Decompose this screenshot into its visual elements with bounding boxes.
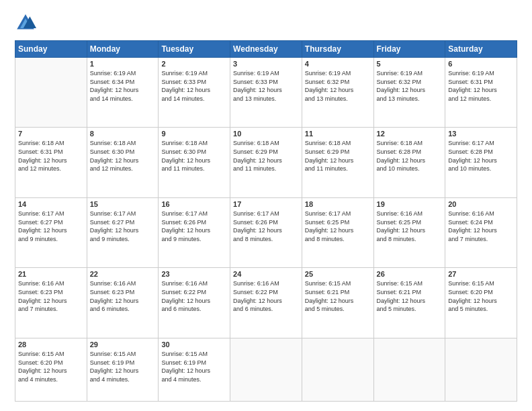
day-number: 5 — [377, 60, 443, 68]
day-info: Sunrise: 6:17 AM Sunset: 6:26 PM Dayligh… — [233, 210, 299, 243]
day-number: 11 — [305, 130, 371, 138]
day-cell: 17Sunrise: 6:17 AM Sunset: 6:26 PM Dayli… — [230, 197, 302, 267]
day-number: 17 — [233, 200, 299, 208]
day-info: Sunrise: 6:19 AM Sunset: 6:33 PM Dayligh… — [233, 69, 299, 103]
day-number: 2 — [161, 60, 227, 68]
day-number: 13 — [448, 130, 514, 138]
page: SundayMondayTuesdayWednesdayThursdayFrid… — [0, 0, 532, 411]
day-info: Sunrise: 6:16 AM Sunset: 6:22 PM Dayligh… — [233, 279, 299, 313]
day-number: 10 — [233, 130, 299, 138]
day-info: Sunrise: 6:19 AM Sunset: 6:32 PM Dayligh… — [377, 69, 443, 103]
day-cell: 8Sunrise: 6:18 AM Sunset: 6:30 PM Daylig… — [87, 128, 159, 197]
day-info: Sunrise: 6:18 AM Sunset: 6:30 PM Dayligh… — [161, 139, 227, 173]
day-number: 8 — [90, 130, 156, 138]
logo — [15, 12, 39, 34]
day-info: Sunrise: 6:18 AM Sunset: 6:28 PM Dayligh… — [377, 139, 443, 173]
day-info: Sunrise: 6:16 AM Sunset: 6:25 PM Dayligh… — [377, 210, 443, 243]
day-number: 26 — [377, 270, 443, 278]
day-cell: 11Sunrise: 6:18 AM Sunset: 6:29 PM Dayli… — [302, 128, 373, 197]
day-info: Sunrise: 6:18 AM Sunset: 6:29 PM Dayligh… — [233, 139, 299, 173]
logo-icon — [15, 12, 36, 34]
day-number: 16 — [161, 200, 227, 208]
day-number: 21 — [18, 270, 84, 278]
day-number: 15 — [90, 200, 156, 208]
day-cell: 25Sunrise: 6:15 AM Sunset: 6:21 PM Dayli… — [302, 268, 373, 338]
day-cell: 28Sunrise: 6:15 AM Sunset: 6:20 PM Dayli… — [15, 338, 87, 401]
day-info: Sunrise: 6:19 AM Sunset: 6:34 PM Dayligh… — [90, 69, 156, 103]
day-cell: 30Sunrise: 6:15 AM Sunset: 6:19 PM Dayli… — [159, 338, 230, 401]
weekday-header-row: SundayMondayTuesdayWednesdayThursdayFrid… — [15, 41, 517, 58]
day-info: Sunrise: 6:15 AM Sunset: 6:21 PM Dayligh… — [305, 279, 371, 313]
day-cell: 15Sunrise: 6:17 AM Sunset: 6:27 PM Dayli… — [87, 197, 159, 267]
day-cell: 10Sunrise: 6:18 AM Sunset: 6:29 PM Dayli… — [230, 128, 302, 197]
week-row-1: 7Sunrise: 6:18 AM Sunset: 6:31 PM Daylig… — [15, 128, 517, 197]
day-cell: 20Sunrise: 6:16 AM Sunset: 6:24 PM Dayli… — [445, 197, 517, 267]
weekday-header-wednesday: Wednesday — [230, 41, 302, 58]
day-cell: 2Sunrise: 6:19 AM Sunset: 6:33 PM Daylig… — [159, 58, 230, 128]
day-cell — [230, 338, 302, 401]
day-info: Sunrise: 6:16 AM Sunset: 6:22 PM Dayligh… — [161, 279, 227, 313]
day-cell: 9Sunrise: 6:18 AM Sunset: 6:30 PM Daylig… — [159, 128, 230, 197]
day-number: 14 — [18, 200, 84, 208]
day-cell: 29Sunrise: 6:15 AM Sunset: 6:19 PM Dayli… — [87, 338, 159, 401]
day-number: 22 — [90, 270, 156, 278]
day-cell: 27Sunrise: 6:15 AM Sunset: 6:20 PM Dayli… — [445, 268, 517, 338]
day-info: Sunrise: 6:16 AM Sunset: 6:23 PM Dayligh… — [90, 279, 156, 313]
weekday-header-monday: Monday — [87, 41, 159, 58]
weekday-header-friday: Friday — [373, 41, 445, 58]
week-row-3: 21Sunrise: 6:16 AM Sunset: 6:23 PM Dayli… — [15, 268, 517, 338]
day-number: 7 — [18, 130, 84, 138]
day-info: Sunrise: 6:19 AM Sunset: 6:32 PM Dayligh… — [305, 69, 371, 103]
day-info: Sunrise: 6:18 AM Sunset: 6:30 PM Dayligh… — [90, 139, 156, 173]
day-info: Sunrise: 6:15 AM Sunset: 6:21 PM Dayligh… — [377, 279, 443, 313]
day-cell: 19Sunrise: 6:16 AM Sunset: 6:25 PM Dayli… — [373, 197, 445, 267]
day-cell: 12Sunrise: 6:18 AM Sunset: 6:28 PM Dayli… — [373, 128, 445, 197]
day-cell — [445, 338, 517, 401]
day-cell: 5Sunrise: 6:19 AM Sunset: 6:32 PM Daylig… — [373, 58, 445, 128]
day-number: 29 — [90, 340, 156, 349]
day-number: 25 — [305, 270, 371, 278]
day-cell: 13Sunrise: 6:17 AM Sunset: 6:28 PM Dayli… — [445, 128, 517, 197]
day-number: 12 — [377, 130, 443, 138]
day-number: 27 — [448, 270, 514, 278]
day-cell: 18Sunrise: 6:17 AM Sunset: 6:25 PM Dayli… — [302, 197, 373, 267]
week-row-4: 28Sunrise: 6:15 AM Sunset: 6:20 PM Dayli… — [15, 338, 517, 401]
day-number: 1 — [90, 60, 156, 68]
day-info: Sunrise: 6:15 AM Sunset: 6:20 PM Dayligh… — [448, 279, 514, 313]
day-info: Sunrise: 6:16 AM Sunset: 6:24 PM Dayligh… — [448, 210, 514, 243]
day-cell: 23Sunrise: 6:16 AM Sunset: 6:22 PM Dayli… — [159, 268, 230, 338]
day-info: Sunrise: 6:16 AM Sunset: 6:23 PM Dayligh… — [18, 279, 84, 313]
day-cell — [373, 338, 445, 401]
day-info: Sunrise: 6:15 AM Sunset: 6:20 PM Dayligh… — [18, 350, 84, 383]
day-cell: 26Sunrise: 6:15 AM Sunset: 6:21 PM Dayli… — [373, 268, 445, 338]
calendar: SundayMondayTuesdayWednesdayThursdayFrid… — [15, 40, 517, 402]
day-cell: 3Sunrise: 6:19 AM Sunset: 6:33 PM Daylig… — [230, 58, 302, 128]
day-cell: 24Sunrise: 6:16 AM Sunset: 6:22 PM Dayli… — [230, 268, 302, 338]
day-number: 30 — [161, 340, 227, 349]
day-info: Sunrise: 6:17 AM Sunset: 6:25 PM Dayligh… — [305, 210, 371, 243]
day-info: Sunrise: 6:17 AM Sunset: 6:28 PM Dayligh… — [448, 139, 514, 173]
day-number: 4 — [305, 60, 371, 68]
week-row-2: 14Sunrise: 6:17 AM Sunset: 6:27 PM Dayli… — [15, 197, 517, 267]
weekday-header-tuesday: Tuesday — [159, 41, 230, 58]
day-number: 20 — [448, 200, 514, 208]
day-cell: 7Sunrise: 6:18 AM Sunset: 6:31 PM Daylig… — [15, 128, 87, 197]
day-number: 23 — [161, 270, 227, 278]
day-info: Sunrise: 6:19 AM Sunset: 6:31 PM Dayligh… — [448, 69, 514, 103]
day-number: 9 — [161, 130, 227, 138]
day-number: 6 — [448, 60, 514, 68]
day-info: Sunrise: 6:19 AM Sunset: 6:33 PM Dayligh… — [161, 69, 227, 103]
day-cell: 21Sunrise: 6:16 AM Sunset: 6:23 PM Dayli… — [15, 268, 87, 338]
day-info: Sunrise: 6:15 AM Sunset: 6:19 PM Dayligh… — [161, 350, 227, 383]
day-number: 24 — [233, 270, 299, 278]
day-number: 18 — [305, 200, 371, 208]
day-info: Sunrise: 6:17 AM Sunset: 6:27 PM Dayligh… — [18, 210, 84, 243]
header — [15, 12, 517, 34]
day-info: Sunrise: 6:15 AM Sunset: 6:19 PM Dayligh… — [90, 350, 156, 383]
day-info: Sunrise: 6:18 AM Sunset: 6:31 PM Dayligh… — [18, 139, 84, 173]
day-info: Sunrise: 6:18 AM Sunset: 6:29 PM Dayligh… — [305, 139, 371, 173]
day-info: Sunrise: 6:17 AM Sunset: 6:26 PM Dayligh… — [161, 210, 227, 243]
day-cell: 6Sunrise: 6:19 AM Sunset: 6:31 PM Daylig… — [445, 58, 517, 128]
day-cell: 4Sunrise: 6:19 AM Sunset: 6:32 PM Daylig… — [302, 58, 373, 128]
day-cell: 1Sunrise: 6:19 AM Sunset: 6:34 PM Daylig… — [87, 58, 159, 128]
